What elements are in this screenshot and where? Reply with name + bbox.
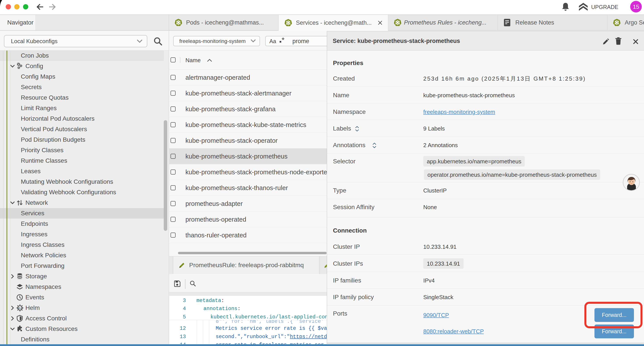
svg-text:HELM: HELM xyxy=(17,307,23,309)
